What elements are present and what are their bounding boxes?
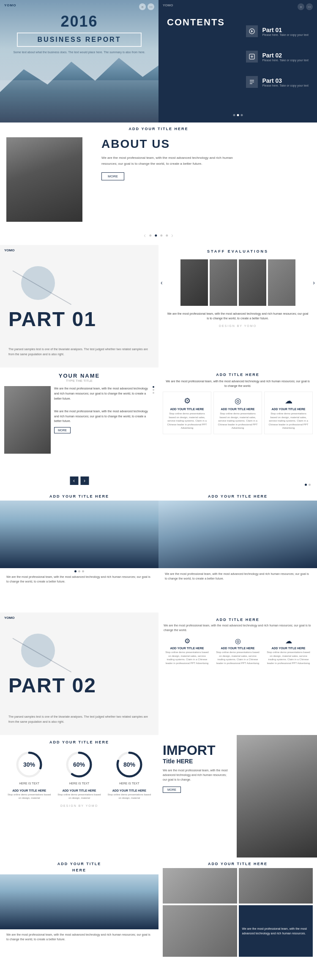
staff-photo-2 [210,259,237,306]
type-title: TYPE THE TITLE [0,379,158,383]
add-title-main-desc: We are the most professional team, with … [158,379,317,392]
landscape-left-desc: We are the most professional team, with … [0,574,158,584]
staff-next-icon[interactable]: › [313,279,315,286]
part2-label: Part 02 [262,52,309,59]
sub-title-1: ADD YOUR TITLE HERE [6,789,52,792]
icon-block-3-title: ADD YOUR TITLE HERE [267,408,310,411]
import-photo-placeholder [237,735,317,858]
about-us-title: ABOUT US [101,137,309,151]
top-icon-2[interactable]: ⋯ [148,3,154,10]
slide-import-title: IMPORT Title HERE We are the most profes… [158,735,317,858]
about-nav: ‹ › [144,232,173,239]
top-icon-4[interactable]: ⋯ [306,3,313,10]
part02-circle [21,634,55,667]
your-name-title: YOUR NAME [0,368,158,379]
icon-block-1: ⚙ ADD YOUR TITLE HERE Stop online demo p… [163,392,211,434]
part02-desc: The parsed samples test is one of the bi… [8,714,150,724]
content-item-3: Part 03 Please here. Take or copy your t… [246,76,309,88]
import-desc: We are the most professional team, with … [163,768,230,782]
icon-block-3: ☁ ADD YOUR TITLE HERE Stop online demo p… [264,392,313,434]
add-title-header-2: ADD TITLE HERE [158,368,317,379]
add-landscape-header2: HERE [0,868,158,874]
progress-header: ADD YOUR TITLE HERE [0,735,158,748]
part1-desc: Please here. Take or copy your text [262,33,309,36]
icon2-1-desc: Stop online demo presentations based on … [164,651,210,665]
import-more-btn[interactable]: MORE [163,787,181,793]
nav-arrows: ‹ › [70,476,89,485]
profile-text: We are the most professional team, with … [54,386,148,454]
circle-80-svg: 80% [115,750,144,779]
progress-design-by: DESIGN BY YOMO [0,802,158,809]
top-icon-1[interactable]: ○ [139,3,146,10]
staff-photo-4 [268,259,295,306]
ll-dot-3 [82,570,84,572]
circle-30: 30% HERE IS TEXT [14,750,44,785]
logo-yomo-2: YOMO [163,3,173,7]
about-dot-1[interactable] [149,234,151,237]
icon-block-1-icon: ⚙ [166,396,208,406]
contents-title: CONTENTS [167,17,225,28]
staff-design-by: DESIGN BY YOMO [158,323,317,329]
landscape-left-header: ADD YOUR TITLE HERE [0,490,158,501]
staff-photos-row: ‹ › [158,256,317,309]
about-text-area: ABOUT US We are the most professional te… [101,137,309,180]
about-prev-icon[interactable]: ‹ [144,232,146,239]
icon2-block-3: ☁ ADD YOUR TITLE HERE Stop online demo p… [264,634,313,667]
profile-desc2: We are the most professional team, with … [54,409,148,424]
dot-2[interactable] [237,114,239,116]
content-item-2: Part 02 Please here. Take or copy your t… [246,51,309,63]
slide-landscape-right: ADD YOUR TITLE HERE We are the most prof… [158,490,317,612]
about-next-icon[interactable]: › [171,232,173,239]
svg-text:80%: 80% [123,761,136,768]
icon2-1-icon: ⚙ [164,637,210,645]
icon-block-2-title: ADD YOUR TITLE HERE [216,408,259,411]
slide-add-title-icons: ADD TITLE HERE We are the most professio… [158,368,317,490]
staff-prev-icon[interactable]: ‹ [161,279,163,286]
circles-row: 30% HERE IS TEXT 60% HERE IS TEXT 80% [0,748,158,787]
icon-block-1-title: ADD YOUR TITLE HERE [166,408,208,411]
top-icon-3[interactable]: ○ [298,3,304,10]
prev-arrow[interactable]: ‹ [70,476,78,485]
next-arrow[interactable]: › [80,476,89,485]
add-title-2-header: ADD TITLE HERE [158,612,317,623]
report-title: BUSINESS REPORT [22,36,137,44]
about-dot-3[interactable] [160,234,162,237]
about-photo [6,137,82,222]
side-dot-3 [153,392,154,394]
add-landscape-photo [0,874,158,929]
add-landscape-desc: We are the most professional team, with … [0,929,158,945]
about-dot-4[interactable] [166,234,168,237]
about-more-btn[interactable]: MORE [101,172,124,180]
year-text: 2016 [0,13,158,30]
dot-1[interactable] [233,114,235,116]
icon2-1-title: ADD YOUR TITLE HERE [164,647,210,650]
circle-80: 80% HERE IS TEXT [115,750,144,785]
staff-desc: We are the most professional team, with … [158,309,317,323]
side-dots [153,386,154,454]
slide-progress-circles: ADD YOUR TITLE HERE 30% HERE IS TEXT 60%… [0,735,158,858]
grid-overlay-text: We are the most professional team, with … [239,905,313,957]
slide-your-name: YOUR NAME TYPE THE TITLE We are the most… [0,368,158,490]
staff-photo-1 [180,259,208,306]
dot-3[interactable] [240,114,243,116]
about-dot-2[interactable] [155,234,157,237]
import-title-text: IMPORT [163,743,230,757]
icon2-3-icon: ☁ [266,637,311,645]
sub-desc-2: Stop online demo presentations based on … [56,793,102,800]
pg-dot-2 [309,484,311,486]
profile-more-btn[interactable]: MORE [54,427,71,433]
slide-part01: YOMO PART 01 The parsed samples test is … [0,245,158,368]
svg-text:60%: 60% [73,761,85,768]
import-right-photo [237,735,317,858]
slide-staff-eval: STAFF EVALUATIONS ‹ › We are the most pr… [158,245,317,368]
part3-label: Part 03 [262,77,309,84]
slide-add-title-2: ADD TITLE HERE We are the most professio… [158,612,317,735]
logo-part01: YOMO [4,248,14,252]
add-title-2-desc: We are the most professional team, with … [158,623,317,634]
slide-landscape-left: ADD YOUR TITLE HERE We are the most prof… [0,490,158,612]
icon-block-1-desc: Stop online demo presentations based on … [166,412,208,430]
ll-dot-2 [78,570,80,572]
landscape-right-desc: We are the most professional team, with … [158,568,317,584]
circle-30-label: HERE IS TEXT [14,782,44,785]
landscape-right-photo [158,501,317,568]
